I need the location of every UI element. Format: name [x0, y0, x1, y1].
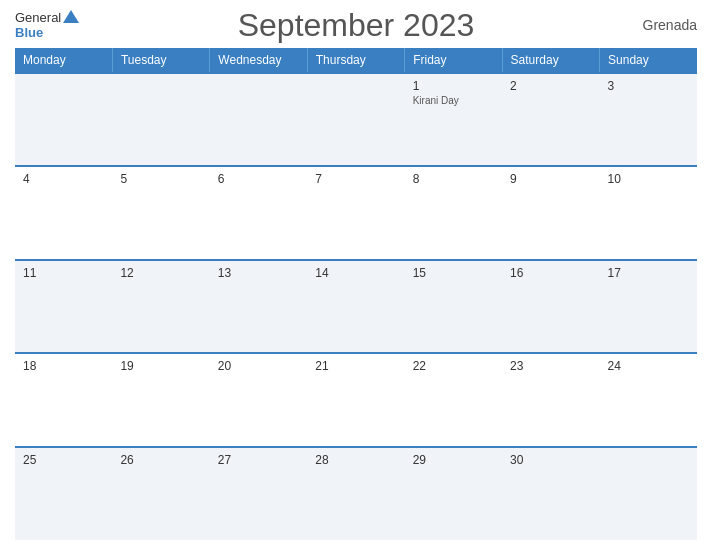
- header-saturday: Saturday: [502, 48, 599, 73]
- header-sunday: Sunday: [600, 48, 697, 73]
- day-cell: 17: [600, 260, 697, 353]
- day-cell: 16: [502, 260, 599, 353]
- day-cell: [307, 73, 404, 166]
- calendar-table: Monday Tuesday Wednesday Thursday Friday…: [15, 48, 697, 540]
- day-number: 1: [413, 79, 494, 93]
- day-cell: 4: [15, 166, 112, 259]
- day-cell: [600, 447, 697, 540]
- day-number: 28: [315, 453, 396, 467]
- day-number: 12: [120, 266, 201, 280]
- day-cell: 7: [307, 166, 404, 259]
- day-number: 25: [23, 453, 104, 467]
- header-thursday: Thursday: [307, 48, 404, 73]
- day-cell: 10: [600, 166, 697, 259]
- day-cell: 8: [405, 166, 502, 259]
- day-number: 23: [510, 359, 591, 373]
- day-number: 21: [315, 359, 396, 373]
- day-cell: 9: [502, 166, 599, 259]
- logo-blue: Blue: [15, 25, 43, 40]
- day-cell: 28: [307, 447, 404, 540]
- day-cell: 20: [210, 353, 307, 446]
- day-cell: 23: [502, 353, 599, 446]
- day-cell: [15, 73, 112, 166]
- day-number: 29: [413, 453, 494, 467]
- day-cell: 1Kirani Day: [405, 73, 502, 166]
- day-number: 20: [218, 359, 299, 373]
- day-cell: 25: [15, 447, 112, 540]
- day-number: 9: [510, 172, 591, 186]
- day-cell: 11: [15, 260, 112, 353]
- day-number: 19: [120, 359, 201, 373]
- day-number: 7: [315, 172, 396, 186]
- day-number: 26: [120, 453, 201, 467]
- day-cell: 15: [405, 260, 502, 353]
- week-row-1: 1Kirani Day23: [15, 73, 697, 166]
- week-row-2: 45678910: [15, 166, 697, 259]
- day-cell: 22: [405, 353, 502, 446]
- day-cell: 3: [600, 73, 697, 166]
- day-number: 10: [608, 172, 689, 186]
- day-cell: [112, 73, 209, 166]
- day-cell: 13: [210, 260, 307, 353]
- day-number: 24: [608, 359, 689, 373]
- day-number: 27: [218, 453, 299, 467]
- logo-general: General: [15, 10, 61, 25]
- day-cell: 26: [112, 447, 209, 540]
- day-cell: [210, 73, 307, 166]
- day-cell: 27: [210, 447, 307, 540]
- day-cell: 21: [307, 353, 404, 446]
- day-number: 6: [218, 172, 299, 186]
- day-number: 18: [23, 359, 104, 373]
- day-number: 14: [315, 266, 396, 280]
- day-cell: 14: [307, 260, 404, 353]
- day-cell: 18: [15, 353, 112, 446]
- header-wednesday: Wednesday: [210, 48, 307, 73]
- day-cell: 12: [112, 260, 209, 353]
- month-title: September 2023: [238, 7, 475, 44]
- logo: General Blue: [15, 10, 79, 40]
- day-number: 16: [510, 266, 591, 280]
- week-row-5: 252627282930: [15, 447, 697, 540]
- day-number: 4: [23, 172, 104, 186]
- day-number: 22: [413, 359, 494, 373]
- weekday-header-row: Monday Tuesday Wednesday Thursday Friday…: [15, 48, 697, 73]
- day-cell: 19: [112, 353, 209, 446]
- header-monday: Monday: [15, 48, 112, 73]
- day-cell: 24: [600, 353, 697, 446]
- week-row-3: 11121314151617: [15, 260, 697, 353]
- day-number: 8: [413, 172, 494, 186]
- header-tuesday: Tuesday: [112, 48, 209, 73]
- calendar-container: General Blue September 2023 Grenada Mond…: [0, 0, 712, 550]
- day-number: 11: [23, 266, 104, 280]
- logo-triangle-icon: [63, 10, 79, 23]
- header-friday: Friday: [405, 48, 502, 73]
- day-number: 30: [510, 453, 591, 467]
- day-cell: 30: [502, 447, 599, 540]
- day-cell: 6: [210, 166, 307, 259]
- day-number: 15: [413, 266, 494, 280]
- calendar-header: General Blue September 2023 Grenada: [15, 10, 697, 40]
- week-row-4: 18192021222324: [15, 353, 697, 446]
- day-cell: 5: [112, 166, 209, 259]
- holiday-label: Kirani Day: [413, 95, 494, 106]
- day-number: 3: [608, 79, 689, 93]
- day-number: 2: [510, 79, 591, 93]
- country-name: Grenada: [643, 17, 697, 33]
- day-number: 5: [120, 172, 201, 186]
- day-number: 13: [218, 266, 299, 280]
- day-number: 17: [608, 266, 689, 280]
- day-cell: 29: [405, 447, 502, 540]
- day-cell: 2: [502, 73, 599, 166]
